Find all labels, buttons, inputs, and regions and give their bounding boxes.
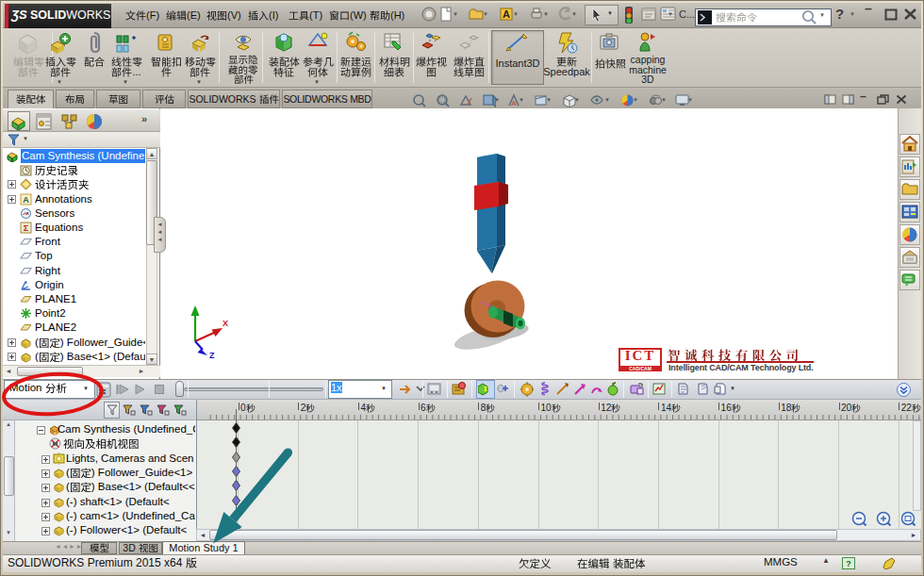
svg-text:A: A <box>23 195 29 205</box>
svg-text:Σ: Σ <box>24 223 29 233</box>
svg-text:Z: Z <box>209 351 215 358</box>
svg-text:A: A <box>511 99 517 107</box>
svg-text:X: X <box>223 319 228 328</box>
svg-text:A: A <box>503 8 510 20</box>
svg-text:?: ? <box>846 559 851 568</box>
